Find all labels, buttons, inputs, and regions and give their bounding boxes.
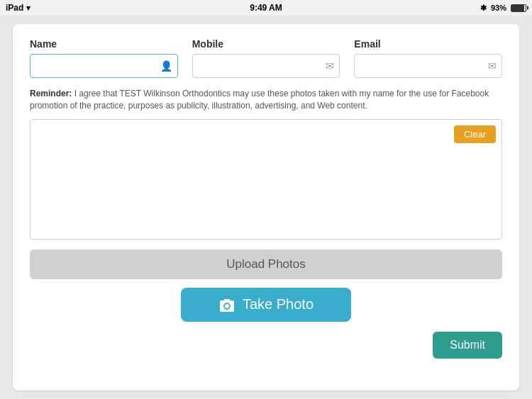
reminder-bold: Reminder:: [30, 89, 72, 99]
name-label: Name: [30, 38, 178, 50]
person-icon: 👤: [160, 60, 172, 72]
reminder-text: Reminder: I agree that TEST Wilkinson Or…: [30, 88, 502, 112]
battery-icon: [511, 4, 526, 12]
email-field-group: Email ✉: [354, 38, 502, 78]
name-input-wrapper: 👤: [30, 54, 178, 78]
status-left: iPad ▾: [6, 3, 31, 13]
status-right: ✱ 93%: [480, 4, 526, 13]
email-icon: ✉: [488, 60, 497, 72]
upload-photos-button[interactable]: Upload Photos: [30, 249, 502, 279]
mobile-field-group: Mobile ✉: [192, 38, 340, 78]
submit-button[interactable]: Submit: [433, 332, 502, 359]
main-content: Name 👤 Mobile ✉ Email ✉: [0, 16, 532, 399]
fields-row: Name 👤 Mobile ✉ Email ✉: [30, 38, 502, 78]
mobile-input[interactable]: [192, 54, 340, 78]
name-field-group: Name 👤: [30, 38, 178, 78]
email-input[interactable]: [354, 54, 502, 78]
email-label: Email: [354, 38, 502, 50]
reminder-body: I agree that TEST Wilkinson Orthodontics…: [30, 89, 489, 111]
wifi-icon: ▾: [26, 4, 31, 13]
bluetooth-icon: ✱: [480, 4, 487, 13]
svg-point-0: [225, 304, 229, 308]
submit-row: Submit: [30, 332, 502, 359]
clear-button[interactable]: Clear: [454, 125, 496, 143]
name-input[interactable]: [30, 54, 178, 78]
mobile-label: Mobile: [192, 38, 340, 50]
mobile-icon: ✉: [326, 60, 334, 72]
mobile-input-wrapper: ✉: [192, 54, 340, 78]
status-bar: iPad ▾ 9:49 AM ✱ 93%: [0, 0, 532, 16]
take-photo-label: Take Photo: [243, 296, 314, 313]
camera-icon: [218, 298, 235, 312]
email-input-wrapper: ✉: [354, 54, 502, 78]
signature-area[interactable]: Clear: [30, 119, 502, 240]
status-time: 9:49 AM: [250, 3, 282, 13]
form-card: Name 👤 Mobile ✉ Email ✉: [13, 24, 519, 390]
battery-percent: 93%: [491, 4, 506, 12]
device-label: iPad: [6, 3, 23, 13]
take-photo-button[interactable]: Take Photo: [181, 288, 351, 322]
